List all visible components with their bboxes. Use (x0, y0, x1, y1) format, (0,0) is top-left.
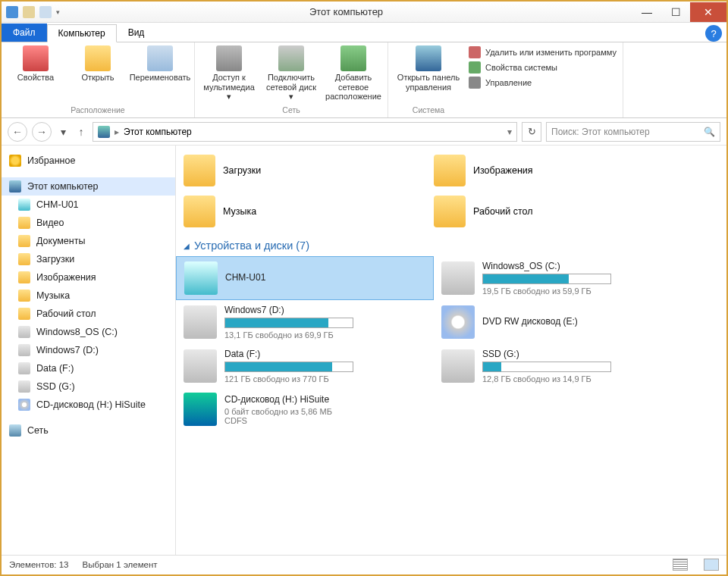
sidebar-item[interactable]: CHM-U01 (2, 196, 175, 214)
folder-desktop[interactable]: Рабочий стол (426, 191, 676, 232)
map-network-drive-button[interactable]: Подключить сетевой диск ▾ (263, 45, 319, 104)
address-path: Этот компьютер (124, 127, 192, 137)
sidebar-item[interactable]: Windows7 (D:) (2, 341, 175, 359)
titlebar: ▾ Этот компьютер — ☐ ✕ (2, 2, 726, 23)
ribbon-group-system: Открыть панель управления Система Удалит… (388, 42, 623, 117)
uninstall-program-button[interactable]: Удалить или изменить программу (469, 45, 617, 59)
device-chm-u01[interactable]: CHM-U01 (176, 256, 434, 300)
manage-button[interactable]: Управление (469, 76, 617, 89)
computer-icon (98, 126, 110, 138)
sidebar-item[interactable]: Рабочий стол (2, 305, 175, 323)
drive-f[interactable]: Data (F:) 121 ГБ свободно из 770 ГБ (176, 344, 434, 388)
folder-pictures[interactable]: Изображения (426, 150, 676, 191)
drive-dvd[interactable]: DVD RW дисковод (E:) (434, 300, 692, 344)
properties-button[interactable]: Свойства (8, 45, 64, 104)
folder-music[interactable]: Музыка (176, 191, 426, 232)
quick-access-toolbar: ▾ (6, 6, 60, 18)
content-pane: Загрузки Изображения Музыка Рабочий стол… (176, 146, 726, 555)
drive-h-hisuite[interactable]: CD-дисковод (H:) HiSuite 0 байт свободно… (176, 388, 434, 430)
sidebar-item[interactable]: SSD (G:) (2, 377, 175, 396)
status-bar: Элементов: 13 Выбран 1 элемент (2, 555, 726, 573)
navigation-bar: ← → ▾ ↑ ▸ Этот компьютер ▾ ↻ Поиск: Этот… (2, 118, 726, 146)
add-network-location-button[interactable]: Добавить сетевое расположение (325, 45, 381, 104)
folder-downloads[interactable]: Загрузки (176, 150, 426, 191)
ribbon-group-location: Свойства Открыть Переименовать Расположе… (2, 42, 195, 117)
qat-icon[interactable] (23, 6, 35, 18)
navigation-pane: Избранное Этот компьютер CHM-U01 Видео Д… (2, 146, 176, 555)
qat-icon[interactable] (6, 6, 18, 18)
recent-locations-button[interactable]: ▾ (56, 124, 70, 140)
help-button[interactable]: ? (705, 25, 722, 42)
search-icon: 🔍 (704, 127, 715, 137)
ribbon-group-network: Доступ к мультимедиа ▾ Подключить сетево… (195, 42, 388, 117)
sidebar-this-pc[interactable]: Этот компьютер (2, 177, 175, 196)
drive-d[interactable]: Windows7 (D:) 13,1 ГБ свободно из 69,9 Г… (176, 300, 434, 344)
media-access-button[interactable]: Доступ к мультимедиа ▾ (201, 45, 257, 104)
control-panel-button[interactable]: Открыть панель управления (394, 45, 463, 104)
tiles-view-button[interactable] (704, 559, 719, 571)
drive-g[interactable]: SSD (G:) 12,8 ГБ свободно из 14,9 ГБ (434, 344, 692, 388)
sidebar-item[interactable]: Data (F:) (2, 359, 175, 377)
close-button[interactable]: ✕ (690, 2, 726, 22)
ribbon: Свойства Открыть Переименовать Расположе… (2, 42, 726, 118)
minimize-button[interactable]: — (632, 2, 661, 22)
tab-file[interactable]: Файл (2, 23, 47, 42)
sidebar-item[interactable]: Windows8_OS (C:) (2, 323, 175, 341)
back-button[interactable]: ← (8, 122, 27, 142)
refresh-button[interactable]: ↻ (522, 122, 541, 142)
tab-computer[interactable]: Компьютер (47, 24, 117, 42)
up-button[interactable]: ↑ (74, 124, 88, 140)
sidebar-item[interactable]: Документы (2, 232, 175, 250)
forward-button[interactable]: → (32, 122, 52, 142)
sidebar-item[interactable]: Видео (2, 214, 175, 232)
sidebar-favorites[interactable]: Избранное (2, 152, 175, 170)
open-button[interactable]: Открыть (70, 45, 126, 104)
maximize-button[interactable]: ☐ (661, 2, 690, 22)
status-item-count: Элементов: 13 (9, 560, 68, 569)
sidebar-item[interactable]: Изображения (2, 268, 175, 286)
search-placeholder: Поиск: Этот компьютер (551, 127, 650, 137)
drive-c[interactable]: Windows8_OS (C:) 19,5 ГБ свободно из 59,… (434, 256, 692, 300)
sidebar-network[interactable]: Сеть (2, 421, 175, 440)
rename-button[interactable]: Переименовать (132, 45, 188, 104)
window-title: Этот компьютер (60, 6, 632, 17)
details-view-button[interactable] (673, 559, 688, 571)
sidebar-item[interactable]: Загрузки (2, 250, 175, 268)
devices-section-header[interactable]: ◢Устройства и диски (7) (176, 232, 717, 256)
address-bar[interactable]: ▸ Этот компьютер ▾ (93, 122, 517, 142)
sidebar-item[interactable]: CD-дисковод (H:) HiSuite (2, 396, 175, 414)
tab-view[interactable]: Вид (117, 23, 156, 42)
ribbon-tabs: Файл Компьютер Вид ? (2, 23, 726, 42)
status-selection: Выбран 1 элемент (82, 560, 157, 569)
qat-icon[interactable] (39, 6, 52, 18)
sidebar-item[interactable]: Музыка (2, 286, 175, 305)
system-properties-button[interactable]: Свойства системы (469, 61, 617, 74)
search-box[interactable]: Поиск: Этот компьютер 🔍 (546, 122, 720, 142)
